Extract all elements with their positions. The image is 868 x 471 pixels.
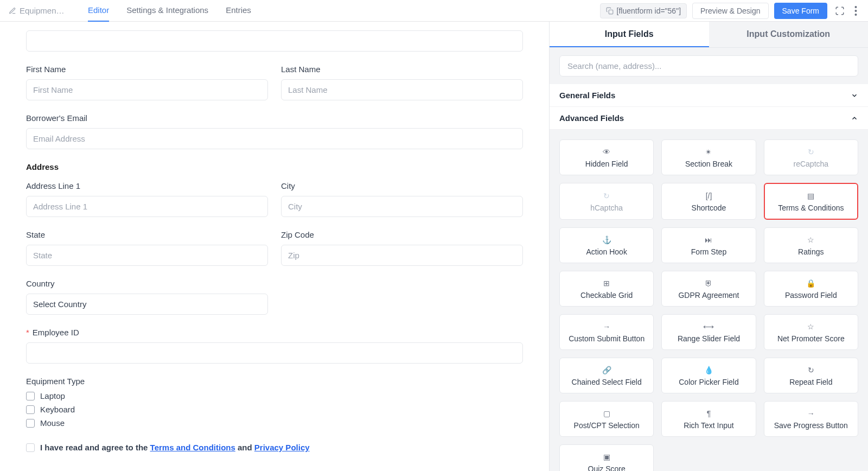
terms-link[interactable]: Terms and Conditions bbox=[150, 443, 235, 452]
email-label: Borrower's Email bbox=[26, 113, 523, 123]
field-zip: Zip Code bbox=[281, 230, 523, 266]
checkbox-input[interactable] bbox=[26, 392, 35, 400]
field-card-icon: ▢ bbox=[603, 409, 610, 418]
field-card-terms-conditions[interactable]: ▤Terms & Conditions bbox=[764, 183, 858, 220]
form-name[interactable]: Equipment chec... bbox=[9, 6, 79, 15]
field-card-repeat-field[interactable]: ↻Repeat Field bbox=[764, 358, 858, 393]
city-input[interactable] bbox=[281, 196, 523, 217]
sidebar: Input Fields Input Customization General… bbox=[549, 22, 868, 471]
chevron-down-icon bbox=[851, 92, 858, 99]
topbar: Equipment chec... Editor Settings & Inte… bbox=[0, 0, 868, 22]
field-card-icon: [/] bbox=[706, 192, 712, 200]
general-fields-header[interactable]: General Fields bbox=[550, 84, 868, 107]
last-name-input[interactable] bbox=[281, 79, 523, 100]
shortcode-text: [fluentform id="56"] bbox=[617, 7, 681, 15]
field-card-custom-submit-button[interactable]: →Custom Submit Button bbox=[559, 314, 654, 350]
employee-id-input[interactable] bbox=[26, 342, 523, 364]
tab-settings[interactable]: Settings & Integrations bbox=[126, 0, 208, 22]
pencil-icon bbox=[9, 7, 16, 15]
checkbox-input[interactable] bbox=[26, 419, 35, 428]
field-card-label: hCaptcha bbox=[590, 203, 623, 212]
preview-button[interactable]: Preview & Design bbox=[692, 3, 769, 19]
field-card-password-field[interactable]: 🔒Password Field bbox=[764, 271, 858, 307]
field-card-ratings[interactable]: ☆Ratings bbox=[764, 227, 858, 263]
more-icon[interactable] bbox=[852, 4, 859, 18]
field-card-icon: ⏭ bbox=[705, 236, 712, 244]
state-label: State bbox=[26, 230, 268, 239]
field-country: Country Select Country bbox=[26, 279, 268, 315]
sidebar-tab-customization[interactable]: Input Customization bbox=[709, 22, 869, 47]
field-card-post-cpt-selection[interactable]: ▢Post/CPT Selection bbox=[559, 401, 654, 437]
field-card-label: Color Picker Field bbox=[679, 378, 738, 386]
terms-row: I have read and agree to the Terms and C… bbox=[26, 443, 523, 452]
zip-input[interactable] bbox=[281, 245, 523, 266]
state-input[interactable] bbox=[26, 245, 268, 266]
topbar-right: [fluentform id="56"] Preview & Design Sa… bbox=[600, 3, 859, 19]
field-card-rich-text-input[interactable]: ¶Rich Text Input bbox=[661, 401, 756, 437]
field-card-action-hook[interactable]: ⚓Action Hook bbox=[559, 227, 654, 263]
terms-text: I have read and agree to the Terms and C… bbox=[40, 443, 310, 452]
fullscreen-icon[interactable] bbox=[833, 4, 847, 18]
first-name-input[interactable] bbox=[26, 79, 268, 100]
checkbox-row[interactable]: Mouse bbox=[26, 418, 523, 428]
field-city: City bbox=[281, 181, 523, 217]
field-card-label: Range Slider Field bbox=[678, 334, 740, 343]
field-card-icon: → bbox=[807, 409, 815, 418]
field-card-gdpr-agreement[interactable]: ⛨GDPR Agreement bbox=[661, 271, 756, 307]
field-card-icon: ▣ bbox=[603, 453, 610, 461]
nav-tabs: Editor Settings & Integrations Entries bbox=[88, 0, 251, 22]
sidebar-tab-input-fields[interactable]: Input Fields bbox=[550, 22, 709, 47]
field-card-icon: ¶ bbox=[707, 409, 711, 418]
field-card-net-promoter-score[interactable]: ☆Net Promoter Score bbox=[764, 314, 858, 350]
field-card-shortcode[interactable]: [/]Shortcode bbox=[661, 183, 756, 220]
field-card-icon: 💧 bbox=[704, 366, 713, 374]
field-addr1: Address Line 1 bbox=[26, 181, 268, 217]
field-card-label: Hidden Field bbox=[585, 160, 628, 168]
country-select[interactable]: Select Country bbox=[26, 294, 268, 315]
search-input[interactable] bbox=[559, 55, 858, 77]
field-card-label: Terms & Conditions bbox=[778, 203, 844, 212]
field-card-hcaptcha: ↻hCaptcha bbox=[559, 183, 654, 220]
field-card-icon: ⛨ bbox=[705, 279, 712, 288]
field-card-section-break[interactable]: ✴Section Break bbox=[661, 139, 756, 175]
field-card-hidden-field[interactable]: 👁Hidden Field bbox=[559, 139, 654, 175]
checkbox-row[interactable]: Keyboard bbox=[26, 405, 523, 414]
field-card-form-step[interactable]: ⏭Form Step bbox=[661, 227, 756, 263]
field-card-icon: ☆ bbox=[807, 322, 814, 331]
field-card-icon: 👁 bbox=[603, 148, 610, 156]
field-card-label: Form Step bbox=[691, 247, 726, 256]
field-card-range-slider-field[interactable]: ⟷Range Slider Field bbox=[661, 314, 756, 350]
field-card-icon: 🔒 bbox=[806, 279, 815, 288]
field-equipment-type: Equipment Type LaptopKeyboardMouse bbox=[26, 377, 523, 428]
form-canvas: First Name Last Name Borrower's Email Ad… bbox=[0, 22, 549, 471]
field-card-icon: ↻ bbox=[808, 148, 814, 156]
field-card-label: Action Hook bbox=[586, 247, 627, 256]
field-card-icon: 🔗 bbox=[602, 366, 611, 374]
blank-input[interactable] bbox=[26, 30, 523, 52]
field-state: State bbox=[26, 230, 268, 266]
checkbox-row[interactable]: Laptop bbox=[26, 391, 523, 400]
email-input[interactable] bbox=[26, 128, 523, 149]
tab-editor[interactable]: Editor bbox=[88, 0, 109, 22]
checkbox-label: Laptop bbox=[40, 391, 65, 400]
advanced-fields-header[interactable]: Advanced Fields bbox=[550, 107, 868, 130]
addr1-input[interactable] bbox=[26, 196, 268, 217]
privacy-link[interactable]: Privacy Policy bbox=[254, 443, 310, 452]
field-card-quiz-score[interactable]: ▣Quiz Score bbox=[559, 444, 654, 471]
checkbox-input[interactable] bbox=[26, 405, 35, 414]
field-card-checkable-grid[interactable]: ⊞Checkable Grid bbox=[559, 271, 654, 307]
field-card-label: Password Field bbox=[785, 291, 837, 300]
save-button[interactable]: Save Form bbox=[774, 3, 827, 19]
shortcode-badge[interactable]: [fluentform id="56"] bbox=[600, 3, 687, 18]
country-label: Country bbox=[26, 279, 268, 288]
field-card-icon: ▤ bbox=[807, 192, 814, 200]
field-card-chained-select-field[interactable]: 🔗Chained Select Field bbox=[559, 358, 654, 393]
sidebar-body: General Fields Advanced Fields 👁Hidden F… bbox=[550, 48, 868, 471]
employee-id-label: *Employee ID bbox=[26, 328, 523, 337]
tab-entries[interactable]: Entries bbox=[226, 0, 251, 22]
field-card-color-picker-field[interactable]: 💧Color Picker Field bbox=[661, 358, 756, 393]
field-first-name: First Name bbox=[26, 65, 268, 100]
field-card-save-progress-button[interactable]: →Save Progress Button bbox=[764, 401, 858, 437]
accordion-general: General Fields bbox=[550, 84, 868, 107]
terms-checkbox[interactable] bbox=[26, 443, 35, 452]
